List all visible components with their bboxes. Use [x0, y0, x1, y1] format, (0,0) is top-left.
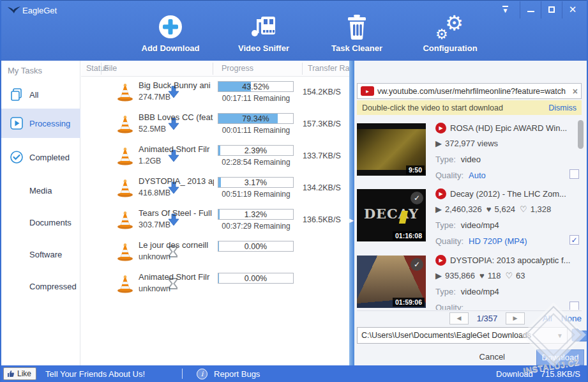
maximize-button[interactable] [541, 1, 562, 19]
main-toolbar: Add Download [135, 13, 485, 53]
eagleget-window: EagleGet ▼ ✕ Add Download [0, 0, 588, 382]
video-title: DYSTOPIA: 2013 apocalyptic f... [450, 256, 570, 265]
sniffer-panel: ▶ vw.youtube.com/user/mehrfilmeonline?fe… [354, 61, 588, 365]
play-icon: ▶ [435, 204, 442, 214]
video-thumbnail[interactable]: DECAY✓01:16:08 [357, 189, 426, 241]
sniffer-url[interactable]: vw.youtube.com/user/mehrfilmeonline?feat… [377, 87, 570, 96]
save-path-value[interactable]: C:\Users\User\Documents\EagleGet Downloa… [361, 331, 554, 340]
scrollbar-thumb[interactable] [578, 120, 584, 149]
panel-splitter[interactable]: ▶ [349, 61, 354, 365]
header-bar: EagleGet ▼ ✕ Add Download [1, 0, 587, 61]
footer-speed: Download 715.8KB/S [496, 369, 580, 379]
info-icon: i [197, 369, 207, 379]
browse-folder-button[interactable] [571, 328, 588, 342]
video-thumbnail[interactable]: 9:50 [357, 123, 426, 176]
trash-icon [345, 13, 368, 40]
video-list-item[interactable]: DECAY✓01:16:08▶Decay (2012) - The LHC Zo… [357, 187, 582, 248]
next-page-button[interactable]: ▶ [506, 312, 525, 325]
table-row[interactable]: Big Buck Bunny ani274.7MB43.52%00:17:11 … [81, 77, 349, 109]
sidebar-item-label: Media [29, 186, 52, 195]
quality-value[interactable]: Auto [469, 171, 486, 180]
quality-value[interactable]: HD 720P (MP4) [469, 236, 527, 246]
video-list-item[interactable]: ✓01:59:06▶DYSTOPIA: 2013 apocalyptic f..… [357, 254, 582, 310]
prev-page-button[interactable]: ◀ [449, 312, 469, 325]
sidebar-item-label: Software [29, 250, 62, 259]
url-close-icon[interactable]: × [573, 86, 578, 96]
youtube-icon: ▶ [435, 188, 446, 199]
file-name: DYSTOPIA_ 2013 ap [139, 176, 214, 186]
minimize-button[interactable] [520, 1, 541, 19]
sidebar-item-completed[interactable]: Completed [1, 142, 80, 172]
transfer-rate: 134.2KB/S [303, 183, 341, 192]
sidebar-item-documents[interactable]: Documents [1, 208, 80, 237]
vlc-cone-icon [116, 242, 134, 261]
video-stat: ▶935,866 [435, 271, 475, 280]
table-row[interactable]: Animated Short Filrunknown0.00% [81, 268, 349, 300]
column-transfer-rate[interactable]: Transfer Rate/Date Comp [308, 64, 352, 73]
vlc-cone-icon [116, 82, 134, 102]
stat-value: 63 [516, 271, 525, 280]
dismiss-link[interactable]: Dismiss [548, 103, 577, 112]
sniffer-url-bar[interactable]: ▶ vw.youtube.com/user/mehrfilmeonline?fe… [357, 83, 582, 99]
video-type-row: Type:video/mp4 [435, 220, 499, 230]
video-title: Decay (2012) - The LHC Zom... [450, 189, 566, 199]
table-header: Status File Progress Transfer Rate/Date … [81, 61, 349, 77]
video-type-row: Type:video [435, 155, 481, 164]
video-sniffer-button[interactable]: Video Sniffer [229, 13, 299, 53]
youtube-icon: ▶ [435, 255, 446, 266]
sidebar-item-media[interactable]: Media [1, 176, 80, 205]
save-path-input[interactable]: C:\Users\User\Documents\EagleGet Downloa… [357, 327, 568, 344]
close-button[interactable]: ✕ [562, 1, 583, 19]
save-path-row: C:\Users\User\Documents\EagleGet Downloa… [357, 327, 587, 344]
configuration-button[interactable]: ⚙⚙ Configuration [415, 13, 485, 53]
action-row: Cancel Download [354, 349, 587, 365]
select-none-link[interactable]: None [561, 314, 582, 323]
sidebar-item-software[interactable]: Software [1, 240, 80, 269]
progress-percent: 0.00% [218, 274, 293, 283]
table-row[interactable]: Tears Of Steel - Full303.7MB1.32%00:37:2… [81, 204, 349, 236]
add-download-button[interactable]: Add Download [135, 13, 206, 53]
transfer-rate: 154.2KB/S [303, 88, 341, 96]
sidebar-item-label: Processing [29, 119, 70, 128]
report-bugs-link[interactable]: Report Bugs [214, 369, 260, 379]
tell-friends-link[interactable]: Tell Your Friends About Us! [45, 369, 145, 379]
table-row[interactable]: DYSTOPIA_ 2013 ap416.8MB3.17%00:51:19 Re… [81, 172, 349, 204]
video-stats: ▶2,460,326♥5,624♡1,328 [435, 204, 582, 214]
download-button[interactable]: Download [536, 349, 584, 365]
table-row[interactable]: Animated Short Filr1.2GB2.39%02:28:54 Re… [81, 141, 349, 172]
download-speed-value: 715.8KB/S [541, 369, 580, 379]
sidebar-item-processing[interactable]: Processing [1, 109, 80, 138]
progress-percent: 43.52% [218, 82, 293, 91]
file-size: 1.2GB [139, 157, 161, 165]
chevron-down-icon[interactable]: ▼ [557, 332, 563, 339]
stat-value: 1,328 [531, 204, 552, 214]
type-label: Type: [435, 287, 456, 296]
video-scrollbar[interactable] [578, 120, 584, 312]
facebook-like-button[interactable]: Like [3, 367, 36, 380]
heart-outline-icon: ♡ [505, 271, 513, 280]
sidebar-item-all[interactable]: All [1, 80, 80, 109]
transfer-rate: 136.5KB/S [303, 215, 341, 224]
sidebar-item-compressed[interactable]: Compressed [1, 271, 80, 301]
cancel-button[interactable]: Cancel [479, 352, 505, 362]
video-stats: ▶935,866♥118♡63 [435, 271, 582, 280]
table-row[interactable]: BBB Loves CC (feat52.5MB79.34%00:01:11 R… [81, 109, 349, 141]
column-file[interactable]: File [104, 64, 117, 73]
app-title: EagleGet [22, 6, 57, 15]
sidebar-item-label: Completed [29, 153, 70, 162]
download-rows: Big Buck Bunny ani274.7MB43.52%00:17:11 … [81, 77, 349, 365]
gears-icon: ⚙⚙ [435, 13, 465, 40]
task-cleaner-button[interactable]: Task Cleaner [322, 13, 392, 53]
video-list-item[interactable]: 9:50▶ROSA (HD) Epic AWARD Win...▶372,977… [357, 121, 582, 183]
footer-bar: Like Tell Your Friends About Us! i Repor… [1, 365, 587, 382]
sniffer-hint: Double-click the video to start download [362, 103, 548, 112]
type-value: video [461, 155, 481, 164]
video-quality-row: Quality: [435, 303, 464, 310]
select-all-link[interactable]: All [543, 314, 552, 323]
table-row[interactable]: Le jour des corneillunknown0.00% [81, 236, 349, 268]
pager-bar: ◀ 1/357 ▶ All None [357, 310, 582, 325]
stat-value: 118 [488, 271, 501, 280]
tray-arrow-icon[interactable]: ▼ [495, 1, 516, 19]
video-thumbnail[interactable]: ✓01:59:06 [357, 256, 426, 308]
column-progress[interactable]: Progress [222, 64, 253, 73]
